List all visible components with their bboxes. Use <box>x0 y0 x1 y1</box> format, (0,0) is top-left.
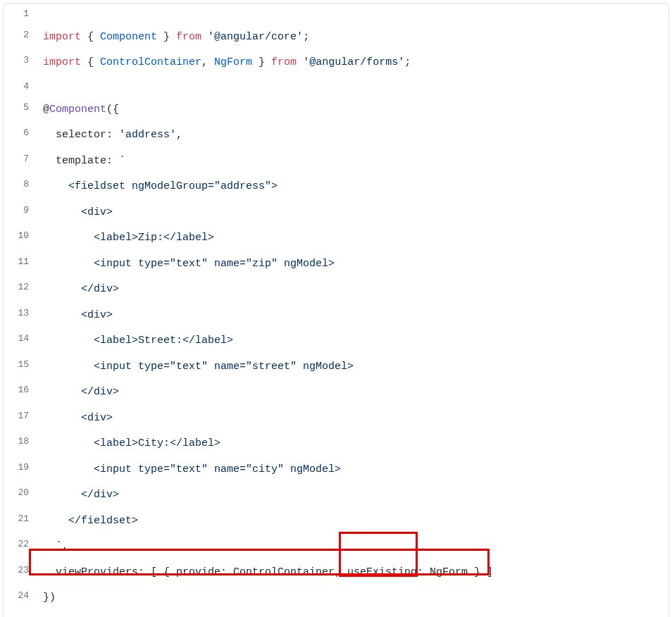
code-row: 2import { Component } from '@angular/cor… <box>4 25 668 51</box>
code-line[interactable]: <label>Zip:</label> <box>36 225 668 251</box>
code-token: <fieldset ngModelGroup="address"> <box>68 180 278 192</box>
code-row: 5@Component({ <box>4 97 668 123</box>
line-number[interactable]: 8 <box>4 174 36 200</box>
code-line[interactable] <box>36 76 668 97</box>
code-row: 23 viewProviders: [ { provide: ControlCo… <box>4 560 668 586</box>
line-number[interactable]: 7 <box>4 149 36 175</box>
code-row: 11 <input type="text" name="zip" ngModel… <box>4 251 668 278</box>
code-token: template: <box>56 155 119 167</box>
code-token: <input type="text" name="zip" ngModel> <box>94 258 335 270</box>
line-number[interactable]: 2 <box>4 25 36 51</box>
line-number[interactable]: 9 <box>4 200 36 226</box>
code-token: ControlContainer <box>100 56 201 68</box>
code-row: 14 <label>Street:</label> <box>4 328 668 354</box>
code-token: }) <box>43 592 56 604</box>
code-line[interactable]: template: ` <box>36 149 668 175</box>
code-line[interactable] <box>36 4 668 25</box>
code-token: </div> <box>81 283 119 295</box>
code-token: Component <box>100 31 157 43</box>
code-token: @ <box>43 104 49 116</box>
code-row: 4 <box>4 76 668 97</box>
line-number[interactable]: 12 <box>4 277 36 303</box>
line-number[interactable]: 16 <box>4 380 36 406</box>
code-token: <input type="text" name="street" ngModel… <box>94 361 354 373</box>
code-line[interactable]: </div> <box>36 482 668 509</box>
code-token: <div> <box>81 412 113 424</box>
code-table: 12import { Component } from '@angular/co… <box>4 4 668 617</box>
code-line[interactable]: <div> <box>36 406 668 432</box>
code-row: 10 <label>Zip:</label> <box>4 225 668 251</box>
code-token: viewProviders: [ { provide: ControlConta… <box>56 566 493 578</box>
code-token: } <box>157 31 176 43</box>
line-number[interactable]: 18 <box>4 431 36 457</box>
line-number[interactable]: 20 <box>4 482 36 509</box>
line-number[interactable]: 1 <box>4 4 36 25</box>
code-line[interactable]: export class AddressComponent {} <box>36 611 668 617</box>
code-token: </fieldset> <box>68 515 138 527</box>
line-number[interactable]: 5 <box>4 97 36 123</box>
code-line[interactable]: </fieldset> <box>36 509 668 535</box>
code-token: import <box>43 31 81 43</box>
code-token: ` <box>119 155 125 167</box>
code-token: Component <box>49 104 106 116</box>
line-number[interactable]: 10 <box>4 225 36 251</box>
line-number[interactable]: 3 <box>4 50 36 76</box>
code-row: 19 <input type="text" name="city" ngMode… <box>4 457 668 483</box>
code-token: selector: <box>56 129 119 141</box>
code-row: 22 `, <box>4 534 668 560</box>
line-number[interactable]: 23 <box>4 560 36 586</box>
code-token: </div> <box>81 489 119 501</box>
gist-container: 12import { Component } from '@angular/co… <box>3 3 669 617</box>
code-row: 24}) <box>4 585 668 611</box>
code-token: ({ <box>106 104 119 116</box>
code-line[interactable]: <label>Street:</label> <box>36 328 668 354</box>
code-line[interactable]: <input type="text" name="city" ngModel> <box>36 457 668 483</box>
code-line[interactable]: <input type="text" name="street" ngModel… <box>36 354 668 380</box>
code-row: 17 <div> <box>4 406 668 432</box>
code-line[interactable]: </div> <box>36 277 668 303</box>
code-token: 'address' <box>119 129 176 141</box>
line-number[interactable]: 14 <box>4 328 36 354</box>
line-number[interactable]: 19 <box>4 457 36 483</box>
code-line[interactable]: <input type="text" name="zip" ngModel> <box>36 251 668 278</box>
code-row: 3import { ControlContainer, NgForm } fro… <box>4 50 668 76</box>
line-number[interactable]: 6 <box>4 123 36 149</box>
code-line[interactable]: <div> <box>36 200 668 226</box>
code-token: <input type="text" name="city" ngModel> <box>94 463 341 475</box>
code-line[interactable]: @Component({ <box>36 97 668 123</box>
code-row: 15 <input type="text" name="street" ngMo… <box>4 354 668 380</box>
code-line[interactable]: <fieldset ngModelGroup="address"> <box>36 174 668 200</box>
code-row: 1 <box>4 4 668 25</box>
line-number[interactable]: 21 <box>4 509 36 535</box>
code-token: } <box>252 56 271 68</box>
code-line[interactable]: `, <box>36 534 668 560</box>
code-row: 18 <label>City:</label> <box>4 431 668 457</box>
code-token: ` <box>56 540 62 552</box>
code-line[interactable]: </div> <box>36 380 668 406</box>
code-line[interactable]: <label>City:</label> <box>36 431 668 457</box>
code-row: 16 </div> <box>4 380 668 406</box>
line-number[interactable]: 4 <box>4 76 36 97</box>
code-row: 6 selector: 'address', <box>4 123 668 149</box>
code-token: NgForm <box>214 56 252 68</box>
code-token <box>297 56 303 68</box>
code-row: 13 <div> <box>4 303 668 329</box>
code-token: , <box>62 540 68 552</box>
code-token: <div> <box>81 206 113 218</box>
line-number[interactable]: 11 <box>4 251 36 278</box>
code-line[interactable]: viewProviders: [ { provide: ControlConta… <box>36 560 668 586</box>
code-token: { <box>81 56 100 68</box>
code-line[interactable]: import { ControlContainer, NgForm } from… <box>36 50 668 76</box>
code-token: <label>City:</label> <box>94 437 220 449</box>
code-line[interactable]: <div> <box>36 303 668 329</box>
code-row: 20 </div> <box>4 482 668 509</box>
code-line[interactable]: selector: 'address', <box>36 123 668 149</box>
line-number[interactable]: 24 <box>4 585 36 611</box>
line-number[interactable]: 17 <box>4 406 36 432</box>
line-number[interactable]: 13 <box>4 303 36 329</box>
line-number[interactable]: 25 <box>4 611 36 617</box>
line-number[interactable]: 15 <box>4 354 36 380</box>
code-line[interactable]: }) <box>36 585 668 611</box>
line-number[interactable]: 22 <box>4 534 36 560</box>
code-line[interactable]: import { Component } from '@angular/core… <box>36 25 668 51</box>
